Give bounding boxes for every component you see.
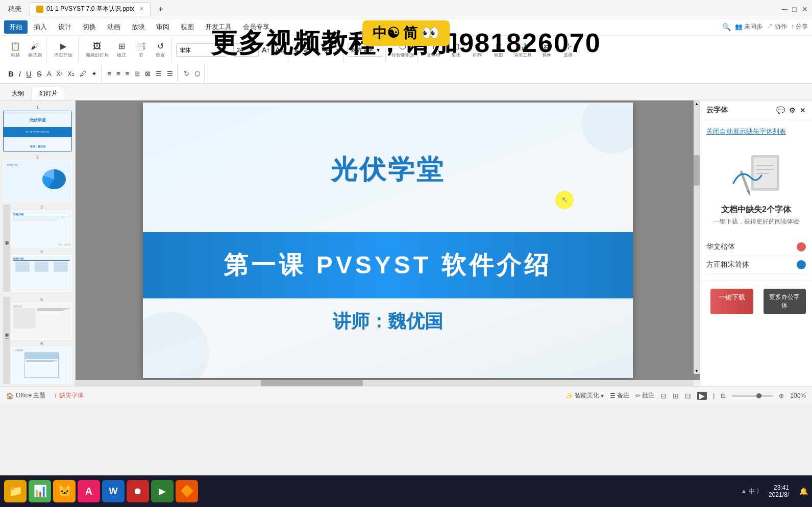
slide-thumbnail-1[interactable]: 1 光伏学堂 第一课 PVSYST 软件介绍 讲师：魏优国 xyxy=(3,105,72,151)
settings-icon[interactable]: ⚙ xyxy=(789,106,796,114)
indent-btn[interactable]: ⇥ xyxy=(311,45,321,55)
slide-thumb-2[interactable]: 软件介绍 xyxy=(3,161,72,201)
menu-item-animation[interactable]: 动画 xyxy=(102,20,126,34)
shape-btn[interactable]: ◻ 形状 xyxy=(446,41,466,59)
text-dir-btn[interactable]: ↻ xyxy=(182,69,191,79)
taskbar-app5[interactable]: 🔶 xyxy=(176,480,198,502)
zoom-in-btn[interactable]: ⊕ xyxy=(779,392,784,399)
taskbar-record[interactable]: ⏺ xyxy=(127,480,149,502)
active-tab[interactable]: 01-1 PVSYST 7.0 基本认识.pptx ✕ xyxy=(30,2,151,16)
view-normal-btn[interactable]: ⊟ xyxy=(660,392,667,400)
align-text-dropdown[interactable]: 对齐文字 ▾ xyxy=(348,43,383,57)
bullet-list-btn[interactable]: ≡ xyxy=(292,45,301,55)
taskbar-word[interactable]: A xyxy=(78,480,100,502)
collab-btn[interactable]: 👥 未同步 xyxy=(735,22,762,31)
v-scroll-up[interactable]: ▲ xyxy=(694,100,700,107)
col-align-btn[interactable]: ⊠ xyxy=(143,69,153,79)
superscript-btn[interactable]: X² xyxy=(55,69,65,79)
missing-font-status[interactable]: T 缺失字体 xyxy=(54,391,84,400)
slide-thumb-6[interactable]: 一步进操操 xyxy=(11,347,72,384)
one-click-download-btn[interactable]: 一键下载 xyxy=(710,289,753,314)
menu-item-transition[interactable]: 切换 xyxy=(78,20,101,34)
menu-item-insert[interactable]: 插入 xyxy=(29,20,52,34)
tab-slides[interactable]: 幻灯片 xyxy=(32,87,65,100)
v-scroll-thumb[interactable] xyxy=(694,155,700,186)
font-family-dropdown[interactable]: 宋体 ▾ xyxy=(176,43,227,57)
maximize-btn[interactable]: □ xyxy=(793,5,797,13)
taskbar-notification[interactable]: 🔔 xyxy=(799,487,808,495)
play-button[interactable]: ▶ 当页开始 xyxy=(51,41,76,59)
underline-btn[interactable]: U xyxy=(24,68,34,79)
select-btn[interactable]: ⊹ 选择 xyxy=(558,41,578,59)
close-panel-icon[interactable]: ✕ xyxy=(800,106,806,114)
h-scroll-thumb[interactable] xyxy=(261,380,363,386)
horizontal-scrollbar[interactable] xyxy=(76,380,694,386)
slide-thumb-1[interactable]: 光伏学堂 第一课 PVSYST 软件介绍 讲师：魏优国 xyxy=(3,111,72,151)
textbox-btn[interactable]: T 文本框 xyxy=(422,41,445,59)
tab-close[interactable]: ✕ xyxy=(139,6,144,12)
slide-thumbnail-4[interactable]: 4 软件介绍 xyxy=(11,249,72,292)
minimize-btn[interactable]: ─ xyxy=(781,5,787,14)
font-size-up-btn[interactable]: A↑ xyxy=(260,45,272,55)
paste-button[interactable]: 📋 粘贴 xyxy=(6,41,24,59)
view-grid-btn[interactable]: ⊞ xyxy=(673,392,679,400)
strikethrough-btn[interactable]: S xyxy=(35,68,44,79)
taskbar-file-manager[interactable]: 📁 xyxy=(4,480,27,502)
line-spacing-btn[interactable]: ↕ xyxy=(333,45,341,55)
review-btn[interactable]: ✏ 批注 xyxy=(635,391,654,400)
replace-btn[interactable]: ⇄ 替换 xyxy=(536,41,557,59)
taskbar-wps[interactable]: W xyxy=(102,480,125,502)
slide-thumbnail-6[interactable]: 6 一步进操操 xyxy=(11,341,72,384)
subscript-btn[interactable]: X₂ xyxy=(66,69,77,79)
comments-btn[interactable]: ☰ 备注 xyxy=(610,391,629,400)
menu-item-design[interactable]: 设计 xyxy=(53,20,77,34)
play-btn[interactable]: ▶ xyxy=(697,392,707,400)
format-painter-button[interactable]: 🖌 格式刷 xyxy=(26,41,44,59)
vertical-scrollbar[interactable]: ▲ ▼ xyxy=(694,100,700,374)
taskbar-spreadsheet[interactable]: 📊 xyxy=(29,480,51,502)
menu-item-start[interactable]: 开始 xyxy=(4,20,28,34)
share-btn[interactable]: ↗ 协作 xyxy=(767,22,786,31)
menu-item-devtools[interactable]: 开发工具 xyxy=(200,20,237,34)
slide-thumbnail-5[interactable]: 5 软件介绍 xyxy=(11,297,72,340)
comment-icon[interactable]: 💬 xyxy=(776,106,785,114)
num-list-btn[interactable]: ☰ xyxy=(165,69,175,79)
highlight-btn[interactable]: 🖊 xyxy=(78,69,88,79)
slide-thumb-3[interactable]: 软件介绍 讲师：魏优国 xyxy=(11,211,72,247)
tab-outline[interactable]: 大纲 xyxy=(4,87,32,100)
menu-item-view[interactable]: 视图 xyxy=(176,20,199,34)
justify-btn[interactable]: ⊟ xyxy=(132,69,142,79)
view-present-btn[interactable]: ⊡ xyxy=(685,392,691,400)
smart-shape-btn[interactable]: ⬡ 转智能图形 xyxy=(390,41,415,59)
taskbar-media-player[interactable]: ▶ xyxy=(151,480,174,502)
reset-button[interactable]: ↺ 重置 xyxy=(151,41,169,59)
taskbar-avatar[interactable]: 🐱 xyxy=(53,480,76,502)
close-font-auto-link[interactable]: 关闭自动展示缺失字体列表 xyxy=(706,128,786,135)
slide-thumbnail-2[interactable]: 2 软件介绍 xyxy=(3,155,72,201)
zoom-out-btn[interactable]: ⊟ xyxy=(721,392,726,399)
bold-btn[interactable]: B xyxy=(6,68,16,79)
list-btn[interactable]: ☰ xyxy=(154,69,164,79)
export-btn[interactable]: ↑ 分享 xyxy=(791,22,808,31)
slide-thumbnail-3[interactable]: 3 软件介绍 讲师：魏优国 xyxy=(11,205,72,247)
smart-art-btn[interactable]: ⬡ xyxy=(192,69,202,79)
add-tab-button[interactable]: + xyxy=(155,3,167,15)
layout-button[interactable]: ⊞ 版式 xyxy=(112,41,131,59)
v-scroll-down[interactable]: ▼ xyxy=(694,368,700,374)
canvas-area[interactable]: 光伏学堂 第一课 PVSYST 软件介绍 讲师：魏优国 ↖ ▲ xyxy=(76,100,700,380)
zoom-slider-thumb[interactable] xyxy=(756,393,761,398)
menu-item-review[interactable]: 审阅 xyxy=(151,20,175,34)
font-color-btn[interactable]: A xyxy=(45,69,54,79)
present-tool-btn[interactable]: 📊 演示工具 xyxy=(510,41,535,59)
slide-thumb-5[interactable]: 软件介绍 xyxy=(11,303,72,340)
section-button[interactable]: 📑 节 xyxy=(132,41,150,59)
more-office-btn[interactable]: 更多办公字体 xyxy=(764,289,806,314)
slide-thumb-4[interactable]: 软件介绍 xyxy=(11,255,72,292)
align-left-btn[interactable]: ≡ xyxy=(106,69,114,79)
close-btn[interactable]: ✕ xyxy=(802,5,808,13)
italic-btn[interactable]: I xyxy=(17,68,23,79)
outdent-btn[interactable]: ⇤ xyxy=(322,45,332,55)
numbered-list-btn[interactable]: ≡ xyxy=(302,45,310,55)
menu-item-slideshow[interactable]: 放映 xyxy=(127,20,150,34)
align-right-btn[interactable]: ≡ xyxy=(124,69,132,79)
